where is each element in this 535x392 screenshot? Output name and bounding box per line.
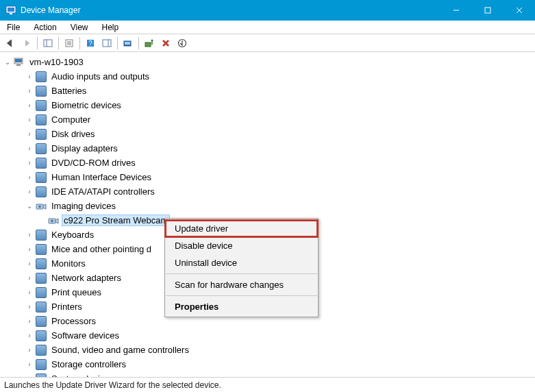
category-label: Sound, video and game controllers xyxy=(49,344,191,356)
context-menu-item[interactable]: Uninstall device xyxy=(165,254,318,271)
scan-hardware-button[interactable] xyxy=(121,36,136,51)
svg-rect-15 xyxy=(103,40,111,47)
svg-rect-19 xyxy=(145,42,151,47)
category-label: DVD/CD-ROM drives xyxy=(49,157,138,169)
forward-button[interactable] xyxy=(19,36,34,51)
category-label: Audio inputs and outputs xyxy=(49,71,151,82)
svg-rect-4 xyxy=(485,8,490,13)
category-row[interactable]: ›Sound, video and game controllers xyxy=(0,343,535,357)
toolbar-separator xyxy=(79,37,80,49)
category-label: Display adapters xyxy=(49,143,120,154)
svg-rect-23 xyxy=(15,59,22,62)
chevron-right-icon[interactable]: › xyxy=(25,173,34,182)
toolbar: ? xyxy=(0,34,535,52)
action-pane-button[interactable] xyxy=(99,36,114,51)
chevron-right-icon[interactable]: › xyxy=(25,317,34,326)
chevron-down-icon[interactable]: ⌄ xyxy=(25,201,34,211)
context-menu: Update driverDisable deviceUninstall dev… xyxy=(164,218,319,317)
svg-rect-2 xyxy=(10,13,12,14)
category-label: Print queues xyxy=(49,286,103,298)
menu-help[interactable]: Help xyxy=(95,21,126,34)
disable-device-button[interactable] xyxy=(175,36,190,51)
category-label: System devices xyxy=(49,373,116,377)
category-row[interactable]: ⌄Imaging devices xyxy=(0,199,535,213)
chevron-right-icon[interactable]: › xyxy=(25,187,34,197)
show-hide-console-tree-button[interactable] xyxy=(40,36,55,51)
statusbar-text: Launches the Update Driver Wizard for th… xyxy=(4,380,221,390)
chevron-right-icon[interactable]: › xyxy=(25,130,34,139)
chevron-right-icon[interactable]: › xyxy=(25,331,34,341)
window-title: Device Manager xyxy=(21,5,440,15)
category-row[interactable]: ›Audio inputs and outputs xyxy=(0,69,535,84)
menu-action[interactable]: Action xyxy=(27,21,63,34)
category-label: Processors xyxy=(49,315,98,327)
category-row[interactable]: ›Computer xyxy=(0,112,535,127)
category-row[interactable]: ›Disk drives xyxy=(0,127,535,141)
chevron-right-icon[interactable]: › xyxy=(25,144,34,154)
chevron-right-icon[interactable]: › xyxy=(25,86,34,96)
context-menu-item[interactable]: Properties xyxy=(165,298,318,315)
category-label: Human Interface Devices xyxy=(49,171,153,183)
menu-view[interactable]: View xyxy=(64,21,95,34)
maximize-button[interactable] xyxy=(472,0,503,21)
chevron-right-icon[interactable]: › xyxy=(25,245,34,254)
update-driver-button[interactable] xyxy=(142,36,157,51)
category-row[interactable]: ›System devices xyxy=(0,371,535,377)
category-row[interactable]: ›Software devices xyxy=(0,328,535,343)
category-row[interactable]: ›Batteries xyxy=(0,84,535,98)
chevron-right-icon[interactable]: › xyxy=(25,374,34,378)
context-menu-separator xyxy=(166,295,317,296)
chevron-right-icon[interactable]: › xyxy=(25,72,34,82)
category-label: IDE ATA/ATAPI controllers xyxy=(49,186,157,197)
chevron-right-icon[interactable]: › xyxy=(25,302,34,312)
category-row[interactable]: ›Human Interface Devices xyxy=(0,170,535,184)
chevron-right-icon[interactable]: › xyxy=(25,259,34,269)
help-button[interactable]: ? xyxy=(83,36,98,51)
chevron-right-icon[interactable]: › xyxy=(25,115,34,125)
chevron-right-icon[interactable]: › xyxy=(25,230,34,240)
chevron-down-icon[interactable]: ⌄ xyxy=(3,58,12,67)
category-row[interactable]: ›Storage controllers xyxy=(0,357,535,371)
toolbar-separator xyxy=(58,37,59,49)
window-controls xyxy=(440,0,535,21)
close-button[interactable] xyxy=(503,0,535,21)
uninstall-device-button[interactable] xyxy=(158,36,173,51)
client-area: ⌄vm-w10-1903›Audio inputs and outputs›Ba… xyxy=(0,52,535,377)
svg-rect-18 xyxy=(125,42,130,45)
back-button[interactable] xyxy=(3,36,18,51)
tree-root[interactable]: ⌄vm-w10-1903 xyxy=(0,55,535,69)
context-menu-item[interactable]: Disable device xyxy=(165,237,318,254)
chevron-right-icon[interactable]: › xyxy=(25,360,34,369)
chevron-right-icon[interactable]: › xyxy=(25,158,34,168)
menu-file[interactable]: File xyxy=(0,21,27,34)
category-label: Batteries xyxy=(49,85,88,97)
category-row[interactable]: ›Biometric devices xyxy=(0,98,535,112)
category-row[interactable]: ›Display adapters xyxy=(0,141,535,156)
chevron-right-icon[interactable]: › xyxy=(25,288,34,297)
category-label: Network adapters xyxy=(49,272,123,284)
context-menu-item[interactable]: Scan for hardware changes xyxy=(165,276,318,293)
minimize-button[interactable] xyxy=(440,0,472,21)
svg-rect-1 xyxy=(8,8,14,12)
svg-point-28 xyxy=(51,219,53,222)
root-label: vm-w10-1903 xyxy=(27,56,86,68)
menubar: File Action View Help xyxy=(0,21,535,34)
category-row[interactable]: ›IDE ATA/ATAPI controllers xyxy=(0,184,535,199)
svg-rect-24 xyxy=(16,64,21,66)
properties-button[interactable] xyxy=(62,36,77,51)
statusbar: Launches the Update Driver Wizard for th… xyxy=(0,377,535,392)
chevron-right-icon[interactable]: › xyxy=(25,273,34,283)
app-icon xyxy=(5,5,16,16)
svg-text:?: ? xyxy=(88,40,92,47)
svg-rect-7 xyxy=(44,40,52,47)
svg-point-26 xyxy=(38,205,41,208)
category-label: Software devices xyxy=(49,330,121,341)
device-label: c922 Pro Stream Webcam xyxy=(62,215,170,226)
context-menu-separator xyxy=(166,273,317,274)
context-menu-item[interactable]: Update driver xyxy=(165,220,318,237)
device-tree[interactable]: ⌄vm-w10-1903›Audio inputs and outputs›Ba… xyxy=(0,52,535,377)
toolbar-separator xyxy=(117,37,118,49)
chevron-right-icon[interactable]: › xyxy=(25,345,34,355)
category-row[interactable]: ›DVD/CD-ROM drives xyxy=(0,156,535,170)
chevron-right-icon[interactable]: › xyxy=(25,101,34,110)
